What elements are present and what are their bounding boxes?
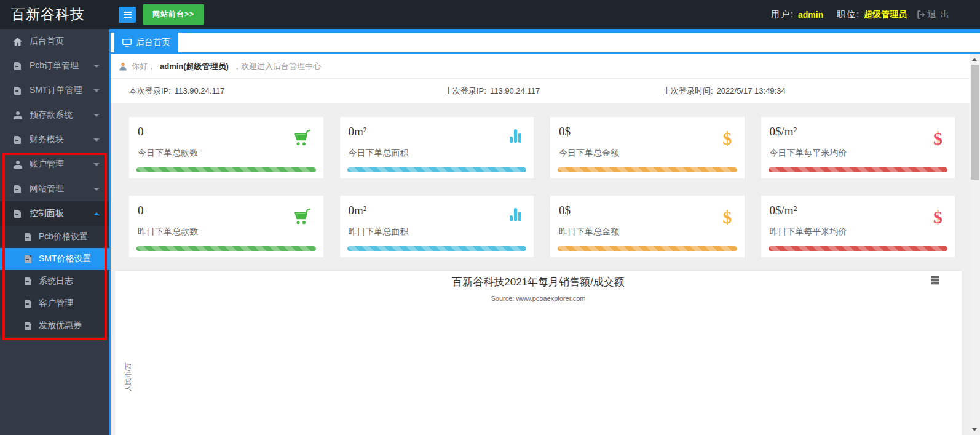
file-icon [12,185,23,193]
submenu-item-issue-coupons[interactable]: 发放优惠券 [0,314,109,337]
home-icon [12,38,23,46]
progress-bar [136,246,316,251]
hamburger-icon [124,14,132,15]
content-scroll-area: 你好， admin(超级管理员) ，欢迎进入后台管理中心 本次登录IP:113.… [111,54,970,435]
role-value: 超级管理员 [864,9,907,20]
stat-card-yesterday-area: 0m² 昨日下单总面积 [340,196,534,257]
vertical-scrollbar[interactable] [970,54,980,435]
submenu-item-pcb-price-settings[interactable]: Pcb价格设置 [0,226,109,248]
logout-icon [917,10,925,19]
submenu-item-system-log[interactable]: 系统日志 [0,270,109,292]
stat-card-today-orders: 0 今日下单总款数 [129,117,323,178]
chevron-down-icon [93,138,100,142]
progress-bar [558,246,737,251]
chevron-down-icon [93,89,100,92]
chevron-down-icon [93,188,100,191]
bar-chart-icon [510,129,521,143]
scroll-up-arrow-icon[interactable] [972,58,977,61]
greeting-row: 你好， admin(超级管理员) ，欢迎进入后台管理中心 [111,54,970,79]
sidebar-item-control-panel[interactable]: 控制面板 [0,201,109,226]
stat-cards-grid: 0 今日下单总款数 0m² 今日下单总面积 0$ 今日下单总金额 $ 0$ [111,103,970,257]
role-label: 职位: [837,9,860,20]
dollar-icon: $ [723,208,732,226]
chart-subtitle: Source: www.pcbaexplorer.com [115,295,962,302]
progress-bar [136,167,316,172]
greeting-user: admin(超级管理员) [160,61,229,72]
user-label: 用户: [771,9,794,20]
sidebar: 后台首页 Pcb订单管理 SMT订单管理 预存款系统 财务模块 账户管理 网站管… [0,29,109,435]
main-area: 后台首页 你好， admin(超级管理员) ，欢迎进入后台管理中心 本次登录IP… [109,29,980,435]
file-icon [23,233,33,241]
chart-export-menu-icon[interactable] [931,276,939,285]
file-icon [23,322,33,330]
submenu-item-smt-price-settings[interactable]: SMT价格设置 [0,248,109,270]
stat-card-today-avg-price: 0$/m² 今日下单每平米均价 $ [761,117,955,178]
file-icon [23,277,33,285]
greeting-prefix: 你好， [132,61,156,72]
file-icon [23,255,33,263]
navbar-user-area: 用户: admin 职位: 超级管理员 退 出 [771,9,980,20]
progress-bar [769,246,948,251]
chevron-down-icon [93,65,100,68]
sidebar-item-deposit-system[interactable]: 预存款系统 [0,103,109,127]
app-logo: 百新谷科技 [0,5,109,24]
progress-bar [769,167,948,172]
top-navbar: 百新谷科技 网站前台>> 用户: admin 职位: 超级管理员 退 出 [0,0,980,29]
file-icon [12,136,23,144]
last-login-time: 上次登录时间:2022/5/17 13:49:34 [663,86,970,97]
file-icon [12,87,23,95]
progress-bar [347,167,527,172]
sidebar-item-home[interactable]: 后台首页 [0,29,109,54]
dollar-icon: $ [723,129,732,148]
user-icon [12,111,23,119]
dollar-icon: $ [933,208,942,226]
username: admin [798,10,823,20]
cart-icon [291,129,311,149]
logout-button[interactable]: 退 出 [917,9,950,20]
sidebar-item-smt-orders[interactable]: SMT订单管理 [0,78,109,103]
tab-bar: 后台首页 [111,29,980,54]
chevron-down-icon [93,114,100,117]
stat-card-today-area: 0m² 今日下单总面积 [340,117,534,178]
sidebar-item-account-management[interactable]: 账户管理 [0,152,109,177]
progress-bar [347,246,527,251]
control-panel-submenu: Pcb价格设置 SMT价格设置 系统日志 客户管理 发放优惠券 [0,226,109,337]
submenu-item-customer-management[interactable]: 客户管理 [0,292,109,314]
greeting-suffix: ，欢迎进入后台管理中心 [233,61,321,72]
last-login-ip: 上次登录IP:113.90.24.117 [445,86,663,97]
stat-card-yesterday-amount: 0$ 昨日下单总金额 $ [550,196,745,257]
chevron-up-icon [93,212,100,215]
stat-card-yesterday-avg-price: 0$/m² 昨日下单每平米均价 $ [761,196,955,257]
bar-chart-icon [510,208,521,221]
file-icon [12,210,23,218]
user-icon [12,161,23,169]
sales-chart-panel: 百新谷科技2021年每月销售额/成交额 Source: www.pcbaexpl… [114,270,962,435]
welcome-panel: 你好， admin(超级管理员) ，欢迎进入后台管理中心 本次登录IP:113.… [111,54,970,103]
monitor-icon [122,39,132,47]
progress-bar [558,167,737,172]
cart-icon [291,208,311,228]
sidebar-item-pcb-orders[interactable]: Pcb订单管理 [0,54,109,78]
frontend-site-button[interactable]: 网站前台>> [143,4,204,25]
chart-title: 百新谷科技2021年每月销售额/成交额 [115,271,962,289]
tab-backend-home[interactable]: 后台首页 [114,33,178,52]
scrollbar-thumb[interactable] [971,65,979,180]
login-info-row: 本次登录IP:113.90.24.117 上次登录IP:113.90.24.11… [111,79,970,103]
chevron-down-icon [93,163,100,166]
chart-y-axis-label: 人民币/万 [124,362,133,391]
sidebar-item-website-management[interactable]: 网站管理 [0,177,109,201]
file-icon [12,62,23,70]
person-icon [119,62,127,71]
sidebar-item-finance-module[interactable]: 财务模块 [0,127,109,152]
file-icon [23,300,33,308]
stat-card-today-amount: 0$ 今日下单总金额 $ [550,117,745,178]
sidebar-toggle-button[interactable] [119,7,136,23]
stat-card-yesterday-orders: 0 昨日下单总款数 [129,196,323,257]
current-login-ip: 本次登录IP:113.90.24.117 [111,86,445,97]
scroll-down-arrow-icon[interactable] [972,428,977,431]
dollar-icon: $ [933,129,942,148]
logout-label: 退 出 [927,9,950,20]
